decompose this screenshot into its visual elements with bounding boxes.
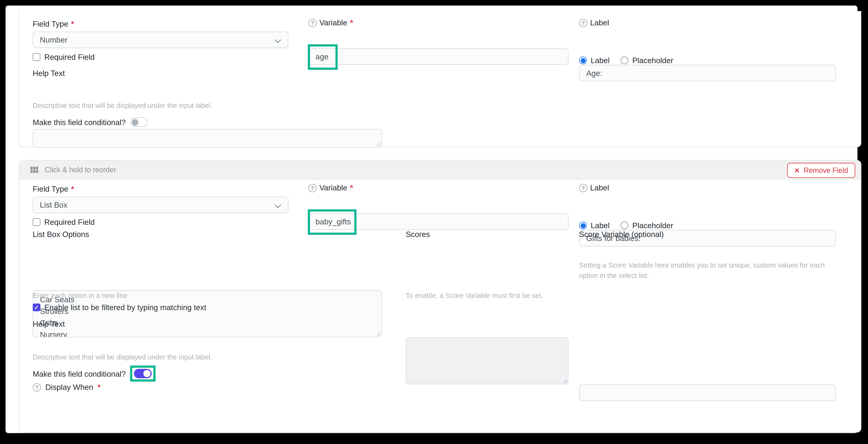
required-field-label: Required Field xyxy=(44,217,95,227)
field-type-value: List Box xyxy=(40,200,67,209)
radio-label-text: Label xyxy=(591,56,610,65)
help-icon[interactable]: ? xyxy=(579,184,587,192)
filter-checkbox-label: Enable list to be filtered by typing mat… xyxy=(44,303,206,312)
required-asterisk: * xyxy=(71,19,74,28)
help-icon[interactable]: ? xyxy=(308,19,317,27)
form-builder-page: Field Type * Number Required Field ? Var… xyxy=(6,6,858,433)
toggle-knob xyxy=(132,119,138,125)
variable-value: baby_gifts xyxy=(316,217,351,226)
toggle-knob xyxy=(144,370,151,377)
radio-label-text: Label xyxy=(591,221,610,230)
radio-option-placeholder[interactable]: Placeholder xyxy=(621,56,673,65)
radio-option-placeholder[interactable]: Placeholder xyxy=(621,221,673,230)
variable-label-row: ? Variable * xyxy=(308,18,353,27)
scores-label: Scores xyxy=(406,230,430,239)
conditional-toggle-on[interactable] xyxy=(134,369,152,378)
field-type-label-row: Field Type * xyxy=(33,19,74,28)
highlight-annotation xyxy=(130,365,156,381)
score-variable-hint: Setting a Score Variable here enables yo… xyxy=(579,260,836,282)
label-label: Label xyxy=(590,183,609,192)
field-type-select[interactable]: Number xyxy=(33,32,288,48)
label-label: Label xyxy=(590,18,609,27)
help-icon[interactable]: ? xyxy=(308,184,317,192)
help-icon[interactable]: ? xyxy=(579,19,587,27)
field-type-label-row: Field Type * xyxy=(33,184,74,193)
variable-value: age xyxy=(316,52,329,61)
label-value: Age: xyxy=(586,69,602,78)
help-text-area[interactable] xyxy=(33,129,382,148)
help-text-hint: Descriptive text that will be displayed … xyxy=(33,353,212,361)
required-field-row: Required Field xyxy=(33,217,95,227)
filter-checkbox-row: ✓ Enable list to be filtered by typing m… xyxy=(33,303,206,312)
chevron-down-icon xyxy=(275,37,281,43)
listbox-options-hint: Enter each option in a new line. xyxy=(33,292,129,300)
reorder-hint: Click & hold to reorder. xyxy=(45,166,118,174)
variable-input[interactable]: age xyxy=(308,48,568,65)
variable-label-row: ? Variable * xyxy=(308,183,353,192)
label-label-row: ? Label xyxy=(579,183,609,192)
chevron-down-icon xyxy=(275,202,281,208)
conditional-row: Make this field conditional? xyxy=(33,365,156,381)
conditional-label: Make this field conditional? xyxy=(33,118,126,126)
label-placement-radios: Label Placeholder xyxy=(579,221,673,230)
remove-field-button[interactable]: ✕ Remove Field xyxy=(787,163,856,178)
scores-hint: To enable, a Score Variable must first b… xyxy=(406,292,543,300)
scores-wrap xyxy=(406,337,568,384)
filter-checkbox[interactable]: ✓ xyxy=(33,303,40,311)
drag-handle-icon[interactable] xyxy=(30,167,39,173)
variable-label: Variable xyxy=(319,18,347,27)
score-variable-label: Score Variable (optional) xyxy=(579,230,664,239)
label-placement-radios: Label Placeholder xyxy=(579,56,673,65)
screenshot-stage: Field Type * Number Required Field ? Var… xyxy=(0,0,868,444)
radio-selected-icon[interactable] xyxy=(579,57,587,64)
reorder-header: Click & hold to reorder. ✕ Remove Field xyxy=(19,161,861,179)
score-variable-input[interactable] xyxy=(579,384,836,401)
required-asterisk: * xyxy=(71,184,74,193)
radio-unselected-icon[interactable] xyxy=(621,221,628,229)
field-type-select[interactable]: List Box xyxy=(33,197,288,213)
required-field-label: Required Field xyxy=(44,53,95,61)
radio-option-label[interactable]: Label xyxy=(579,56,610,65)
help-icon[interactable]: ? xyxy=(33,383,41,391)
required-asterisk: * xyxy=(98,383,101,391)
help-text-hint: Descriptive text that will be displayed … xyxy=(33,102,212,110)
help-text-area-wrap xyxy=(33,129,382,148)
required-field-checkbox[interactable] xyxy=(33,53,40,61)
field-type-value: Number xyxy=(40,35,67,44)
required-asterisk: * xyxy=(350,18,353,27)
variable-label: Variable xyxy=(319,183,347,192)
x-icon: ✕ xyxy=(794,167,800,174)
required-field-checkbox[interactable] xyxy=(33,218,40,226)
field-card-listbox: Click & hold to reorder. ✕ Remove Field … xyxy=(19,160,861,433)
conditional-toggle-off[interactable] xyxy=(130,118,148,127)
field-card-number: Field Type * Number Required Field ? Var… xyxy=(19,11,861,147)
field-type-label: Field Type xyxy=(33,184,68,193)
radio-selected-icon[interactable] xyxy=(579,221,587,229)
radio-placeholder-text: Placeholder xyxy=(632,56,673,65)
listbox-options-label: List Box Options xyxy=(33,230,89,239)
scores-textarea xyxy=(406,337,568,384)
label-input[interactable]: Age: xyxy=(579,65,836,81)
label-label-row: ? Label xyxy=(579,18,609,27)
conditional-row: Make this field conditional? xyxy=(33,118,148,127)
check-icon: ✓ xyxy=(34,304,39,311)
help-text-label: Help Text xyxy=(33,320,65,328)
required-asterisk: * xyxy=(350,183,353,192)
required-field-row: Required Field xyxy=(33,53,95,61)
help-text-label: Help Text xyxy=(33,69,65,78)
radio-option-label[interactable]: Label xyxy=(579,221,610,230)
remove-field-label: Remove Field xyxy=(804,166,848,175)
field-type-label: Field Type xyxy=(33,19,68,28)
radio-unselected-icon[interactable] xyxy=(621,57,628,64)
conditional-label: Make this field conditional? xyxy=(33,369,126,378)
variable-input[interactable]: baby_gifts xyxy=(308,213,568,230)
display-when-label-row: ? Display When * xyxy=(33,383,101,391)
display-when-label: Display When xyxy=(45,383,93,391)
radio-placeholder-text: Placeholder xyxy=(632,221,673,230)
